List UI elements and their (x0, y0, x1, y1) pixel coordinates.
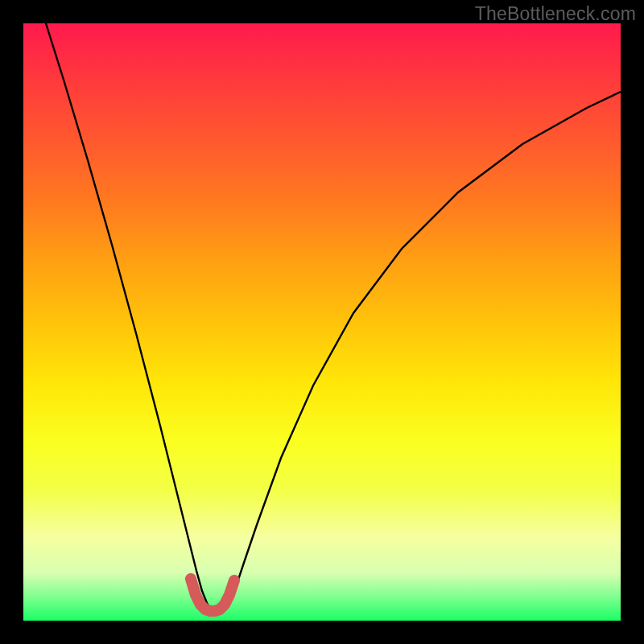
bottleneck-curve (46, 23, 621, 613)
highlight-segment (191, 579, 234, 611)
chart-frame: TheBottleneck.com (0, 0, 644, 644)
watermark-text: TheBottleneck.com (475, 3, 636, 25)
chart-svg (23, 23, 621, 621)
chart-plot-area (23, 23, 621, 621)
